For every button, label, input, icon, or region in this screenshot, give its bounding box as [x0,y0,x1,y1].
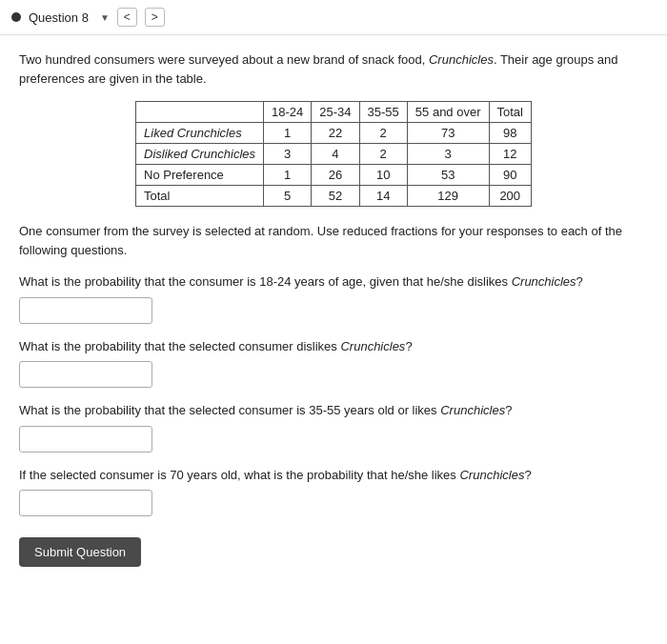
cell-liked-total: 98 [489,123,531,144]
row-label-total: Total [136,186,264,207]
cell-disliked-18-24: 3 [264,144,312,165]
col-header-25-34: 25-34 [312,102,359,123]
survey-note: One consumer from the survey is selected… [19,222,648,259]
table-row: Total 5 52 14 129 200 [136,186,532,207]
cell-liked-25-34: 22 [312,123,359,144]
question-dropdown-icon[interactable]: ▼ [100,12,110,23]
col-header-55-over: 55 and over [407,102,489,123]
survey-data-table: 18-24 25-34 35-55 55 and over Total Like… [135,101,532,207]
cell-total-18-24: 5 [264,186,312,207]
question-block-3: What is the probability that the selecte… [19,401,648,453]
question-label: Question 8 [29,10,89,25]
submit-question-button[interactable]: Submit Question [19,537,141,567]
question-text-3: What is the probability that the selecte… [19,401,648,420]
answer-input-2[interactable] [19,361,152,388]
next-question-button[interactable]: > [145,8,165,27]
cell-liked-55over: 73 [407,123,489,144]
main-content: Two hundred consumers were surveyed abou… [0,35,667,586]
question-text-2: What is the probability that the selecte… [19,337,648,356]
answer-input-4[interactable] [19,490,152,516]
answer-input-3[interactable] [19,426,152,453]
cell-disliked-total: 12 [489,144,531,165]
answer-input-1[interactable] [19,297,152,324]
data-table-wrapper: 18-24 25-34 35-55 55 and over Total Like… [19,101,648,207]
row-label-disliked: Disliked Crunchicles [136,144,264,165]
cell-liked-18-24: 1 [264,123,312,144]
question-text-4: If the selected consumer is 70 years old… [19,466,648,485]
status-dot [11,12,21,22]
question-text-1: What is the probability that the consume… [19,272,648,292]
col-header-total: Total [489,102,531,123]
question-block-2: What is the probability that the selecte… [19,337,648,389]
cell-nopref-55over: 53 [407,165,489,186]
cell-nopref-18-24: 1 [264,165,312,186]
table-row: Disliked Crunchicles 3 4 2 3 12 [136,144,532,165]
cell-disliked-55over: 3 [407,144,489,165]
prev-question-button[interactable]: < [117,8,137,27]
cell-total-total: 200 [489,186,531,207]
col-header-empty [136,102,264,123]
table-row: Liked Crunchicles 1 22 2 73 98 [136,123,532,144]
col-header-35-55: 35-55 [359,102,407,123]
top-navigation-bar: Question 8 ▼ < > [0,0,667,35]
question-block-1: What is the probability that the consume… [19,272,648,324]
table-row: No Preference 1 26 10 53 90 [136,165,532,186]
row-label-liked: Liked Crunchicles [136,123,264,144]
cell-nopref-total: 90 [489,165,531,186]
cell-total-55over: 129 [407,186,489,207]
cell-liked-35-55: 2 [359,123,407,144]
cell-total-25-34: 52 [312,186,359,207]
question-block-4: If the selected consumer is 70 years old… [19,466,648,517]
intro-text: Two hundred consumers were surveyed abou… [19,50,648,88]
cell-disliked-35-55: 2 [359,144,407,165]
cell-nopref-25-34: 26 [312,165,359,186]
col-header-18-24: 18-24 [264,102,312,123]
cell-total-35-55: 14 [359,186,407,207]
row-label-no-preference: No Preference [136,165,264,186]
cell-disliked-25-34: 4 [312,144,359,165]
cell-nopref-35-55: 10 [359,165,407,186]
